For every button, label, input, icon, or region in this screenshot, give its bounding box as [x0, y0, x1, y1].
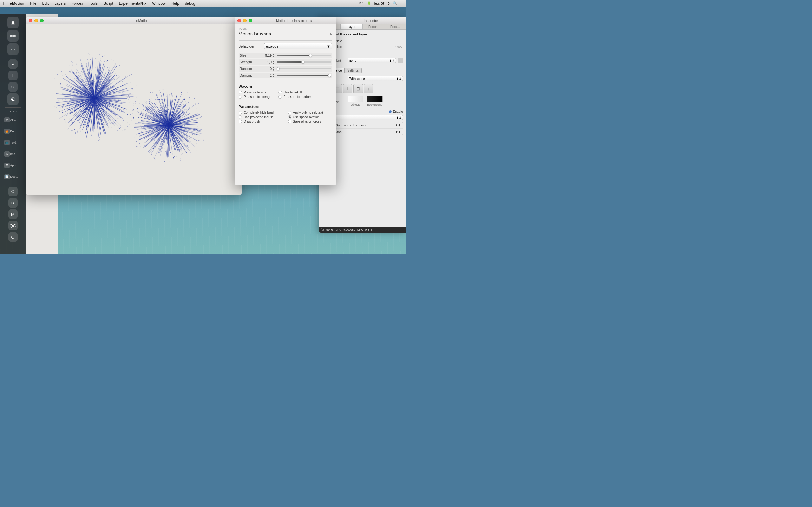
tab-forc[interactable]: Forc…	[385, 24, 406, 30]
tool-icon-1[interactable]: ◉	[7, 17, 19, 28]
tool-tele[interactable]: 📺 Télé…	[3, 138, 23, 147]
tool-icon-4[interactable]: ☯	[7, 94, 19, 105]
behaviour-select[interactable]: explode ▼	[264, 43, 333, 49]
hide-brush-label: Completely hide brush	[244, 111, 275, 114]
random-stepper[interactable]: ▲▼	[272, 66, 275, 71]
tool-t[interactable]: T	[8, 71, 18, 80]
size-track[interactable]	[276, 53, 331, 58]
size-stepper[interactable]: ▲▼	[272, 53, 275, 58]
projected-mouse-radio[interactable]	[239, 115, 242, 119]
hide-brush-checkbox[interactable]: Completely hide brush	[239, 111, 283, 114]
strength-stepper[interactable]: ▲▼	[272, 60, 275, 64]
tool-qc[interactable]: QC	[8, 221, 18, 230]
tab-record[interactable]: Record	[362, 24, 385, 30]
menu-tools[interactable]: Tools	[89, 1, 98, 6]
syphon-minus-button[interactable]: –	[398, 58, 403, 63]
minimize-button[interactable]	[34, 19, 38, 22]
pressure-to-random[interactable]: Pressure to random	[278, 95, 311, 99]
menu-help[interactable]: Help	[171, 1, 179, 6]
wacom-right: Use tablet tilt Pressure to random	[278, 91, 311, 99]
pressure-to-size[interactable]: Pressure to size	[239, 91, 272, 94]
blending-radio[interactable]	[389, 110, 392, 113]
motion-min-button[interactable]	[243, 19, 247, 22]
tool-ima[interactable]: 🖼 Ima…	[3, 149, 23, 159]
collision-btn-resize[interactable]: ⊡	[353, 84, 363, 94]
maximize-button[interactable]	[40, 19, 44, 22]
tool-u[interactable]: U	[8, 82, 18, 92]
cpu-label: CPU	[336, 228, 342, 231]
layer-name-2: particle	[332, 45, 393, 49]
menu-script[interactable]: Script	[103, 1, 113, 6]
background-swatch[interactable]	[367, 96, 383, 102]
dest-chevron-icon: ⬆⬇	[396, 130, 401, 134]
menu-forces[interactable]: Forces	[71, 1, 83, 6]
collision-btn-bottom[interactable]: ⊥	[343, 84, 352, 94]
menu-debug[interactable]: debug	[185, 1, 195, 6]
source-select[interactable]: One minus dest. color ⬆⬇	[336, 123, 401, 128]
tool-r[interactable]: R	[8, 198, 18, 208]
menu-edit[interactable]: Edit	[42, 1, 49, 6]
close-button[interactable]	[29, 19, 32, 22]
damping-track[interactable]	[276, 73, 331, 78]
tool-app[interactable]: ⚙ App…	[3, 161, 23, 170]
tool-o[interactable]: O	[8, 232, 18, 242]
collision-btn-down[interactable]: ↕	[364, 84, 373, 94]
tool-bur[interactable]: 🔥 Bur…	[3, 126, 23, 136]
pressure-size-radio[interactable]	[239, 91, 242, 94]
dest-select[interactable]: One ⬆⬇	[336, 129, 401, 134]
tool-c[interactable]: C	[8, 187, 18, 196]
menu-window[interactable]: Window	[152, 1, 165, 6]
notification-icon[interactable]: ☰	[400, 1, 403, 5]
syphon-select[interactable]: none ⬆⬇	[348, 58, 396, 63]
tablet-tilt-radio[interactable]	[278, 91, 282, 94]
apple-menu[interactable]: 	[3, 1, 4, 6]
blending-enable[interactable]: Enable	[389, 110, 403, 113]
emotion-title: eMotion	[46, 19, 239, 22]
desktop: ◉ ⊞⊞ ⋯ P T U ☯ VORIS ✈ Air… 🔥 Bur… 📺 Tél…	[0, 7, 406, 253]
particle-canvas-element	[26, 24, 242, 194]
speed-rotation-radio[interactable]	[288, 115, 292, 119]
collisions-select[interactable]: With scene ⬆⬇	[348, 76, 403, 81]
tab-settings[interactable]: Settings	[345, 68, 362, 73]
appearance-swatches: Objects Background	[348, 96, 383, 106]
layer-count-2: 4 900	[395, 45, 402, 48]
pressure-to-strength[interactable]: Pressure to strength	[239, 95, 272, 99]
tool-air[interactable]: ✈ Air…	[3, 115, 23, 124]
tool-arrow-icon: ▶	[329, 32, 333, 36]
hide-brush-radio[interactable]	[239, 111, 242, 114]
motion-max-button[interactable]	[249, 19, 252, 22]
app-name[interactable]: eMotion	[10, 1, 24, 6]
save-physics-checkbox[interactable]: Save physics forces	[288, 120, 333, 123]
damping-stepper[interactable]: ▲▼	[272, 73, 275, 78]
objects-swatch[interactable]	[348, 96, 363, 102]
apply-sel-text-checkbox[interactable]: Apply only to sel. text	[288, 111, 333, 114]
save-physics-radio[interactable]	[288, 120, 292, 123]
spotlight-icon[interactable]: 🔍	[393, 1, 397, 5]
apply-sel-radio[interactable]	[288, 111, 292, 114]
menu-experimental[interactable]: Experimental/Fx	[119, 1, 147, 6]
wacom-row: Pressure to size Pressure to strength Us…	[239, 91, 333, 99]
pressure-random-radio[interactable]	[278, 95, 282, 99]
strength-track[interactable]	[276, 60, 331, 64]
tool-icon-3[interactable]: ⋯	[7, 43, 19, 55]
random-track[interactable]	[276, 66, 331, 71]
use-tablet-tilt[interactable]: Use tablet tilt	[278, 91, 311, 94]
menu-file[interactable]: File	[30, 1, 36, 6]
tool-doc[interactable]: 📄 Doc…	[3, 172, 23, 181]
tool-icon-2[interactable]: ⊞⊞	[7, 30, 19, 42]
menu-layers[interactable]: Layers	[54, 1, 66, 6]
draw-brush-radio[interactable]	[239, 120, 242, 123]
tab-layer[interactable]: Layer	[341, 24, 362, 30]
pressure-strength-radio[interactable]	[239, 95, 242, 99]
tool-p[interactable]: P	[8, 59, 18, 69]
random-value: 0	[260, 67, 271, 71]
projected-mouse-checkbox[interactable]: Use projected mouse	[239, 115, 283, 119]
dest-value: One	[336, 130, 342, 134]
tool-m[interactable]: M	[8, 210, 18, 219]
draw-brush-checkbox[interactable]: Draw brush	[239, 120, 283, 123]
params-right: Apply only to sel. text Use speed rotati…	[288, 111, 333, 123]
speed-rotation-checkbox[interactable]: Use speed rotation	[288, 115, 333, 119]
tool-section-label: TOOL	[239, 27, 333, 31]
motion-close-button[interactable]	[237, 19, 241, 22]
canvas-area[interactable]: (function() { const canvas = document.ge…	[26, 24, 242, 194]
